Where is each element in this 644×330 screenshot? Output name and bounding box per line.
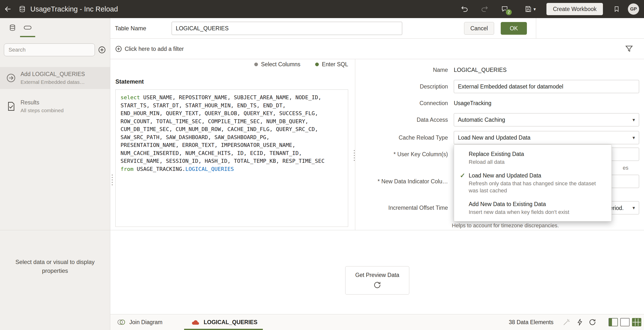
back-button[interactable] xyxy=(2,4,13,14)
join-diagram-icon xyxy=(116,318,126,326)
sidebar-search xyxy=(4,44,106,56)
dropdown-option-desc: Refresh only data that has changed since… xyxy=(469,180,596,194)
lightning-icon[interactable] xyxy=(576,318,584,326)
sidebar-resize-handle[interactable] xyxy=(112,174,113,185)
active-tab-indicator xyxy=(184,329,263,330)
cancel-button[interactable]: Cancel xyxy=(464,22,494,35)
bookmark-button[interactable] xyxy=(611,4,622,14)
sql-code-line: START_TS, START_DT, START_HOUR_MIN, END_… xyxy=(120,102,343,110)
sql-code-line: from USAGE_TRACKING.LOGICAL_QUERIES xyxy=(120,165,343,173)
steps-list: Add LOGICAL_QUERIES External Embedded da… xyxy=(0,67,110,117)
mode-select-columns[interactable]: Select Columns xyxy=(254,61,300,68)
filter-bar: Click here to add a filter xyxy=(110,38,644,59)
dropdown-option-title: Load New and Updated Data xyxy=(469,172,596,179)
user-key-label: * User Key Column(s) xyxy=(361,151,448,158)
filter-options-button[interactable] xyxy=(625,44,633,53)
step-item-results[interactable]: Results All steps combined xyxy=(0,95,110,117)
caret-down-icon: ▾ xyxy=(632,205,635,211)
funnel-icon xyxy=(625,44,633,53)
search-input[interactable] xyxy=(4,44,95,56)
tab-steps[interactable] xyxy=(20,18,35,37)
sql-code-line: select USER_NAME, REPOSITORY_NAME, SUBJE… xyxy=(120,94,343,102)
cache-reload-select[interactable]: Load New and Updated Data ▾ xyxy=(454,131,639,144)
refresh-icon[interactable] xyxy=(588,318,596,326)
data-elements-count: 38 Data Elements xyxy=(509,319,554,326)
dropdown-option-desc: Reload all data xyxy=(469,158,524,166)
table-name-input[interactable] xyxy=(172,22,402,35)
data-access-value: Automatic Caching xyxy=(458,116,505,123)
circle-arrow-icon xyxy=(6,73,16,83)
left-panel: Add LOGICAL_QUERIES External Embedded da… xyxy=(0,18,110,330)
save-button[interactable]: ▾ xyxy=(524,4,537,14)
step-title: Add LOGICAL_QUERIES xyxy=(20,71,85,78)
name-value: LOGICAL_QUERIES xyxy=(454,67,506,73)
avatar[interactable]: GP xyxy=(628,4,639,15)
cache-reload-value: Load New and Updated Data xyxy=(458,134,530,141)
pane-divider[interactable] xyxy=(355,59,355,230)
required-marker: * xyxy=(394,151,396,158)
bookmark-icon xyxy=(614,6,620,12)
join-diagram-tab[interactable]: Join Diagram xyxy=(129,319,162,326)
dataset-icon xyxy=(18,6,26,13)
plus-circle-icon xyxy=(115,45,122,52)
get-preview-data-label: Get Preview Data xyxy=(355,272,399,278)
left-panel-tabs xyxy=(0,18,110,37)
sql-code-line: ROW_COUNT, TOTAL_TIME_SEC, COMPILE_TIME_… xyxy=(120,118,343,126)
dropdown-option-title: Add New Data to Existing Data xyxy=(469,200,569,208)
connection-label: Connection xyxy=(361,100,448,106)
cache-reload-label: Cache Reload Type xyxy=(361,134,448,141)
main-area: Table Name Cancel OK Click here to add a… xyxy=(110,18,644,330)
top-bar: UsageTracking - Inc Reload 2 ▾ Create Wo… xyxy=(0,0,644,18)
window-title: UsageTracking - Inc Reload xyxy=(30,5,118,13)
magic-wand-icon[interactable] xyxy=(562,318,570,326)
table-tab[interactable]: LOGICAL_QUERIES xyxy=(204,319,258,326)
sql-mode-toggle: Select Columns Enter SQL xyxy=(110,61,348,68)
transform-icon xyxy=(24,24,32,31)
external-table-icon xyxy=(191,318,200,326)
step-subtitle: All steps combined xyxy=(20,108,64,114)
bottom-bar: Join Diagram LOGICAL_QUERIES 38 Data Ele… xyxy=(110,314,644,330)
app-window: UsageTracking - Inc Reload 2 ▾ Create Wo… xyxy=(0,0,644,330)
new-data-indicator-label: * New Data Indicator Colu… xyxy=(361,178,448,185)
connection-value: UsageTracking xyxy=(454,100,492,106)
mode-select-columns-label: Select Columns xyxy=(261,61,300,68)
dropdown-option-desc: Insert new data when key fields don't ex… xyxy=(469,208,569,216)
incremental-offset-label: Incremental Offset Time xyxy=(361,204,448,211)
undo-button[interactable] xyxy=(459,4,470,14)
caret-down-icon: ▾ xyxy=(534,6,536,12)
get-preview-data-button[interactable]: Get Preview Data xyxy=(345,266,409,294)
redo-button[interactable] xyxy=(479,4,490,14)
ok-button[interactable]: OK xyxy=(501,22,527,35)
notifications-button[interactable]: 2 xyxy=(499,4,510,14)
step-item-add-table[interactable]: Add LOGICAL_QUERIES External Embedded da… xyxy=(0,67,110,89)
mode-enter-sql[interactable]: Enter SQL xyxy=(315,61,348,68)
sql-editor[interactable]: select USER_NAME, REPOSITORY_NAME, SUBJE… xyxy=(116,90,348,227)
dropdown-option[interactable]: Add New Data to Existing DataInsert new … xyxy=(454,197,612,219)
add-step-button[interactable] xyxy=(98,46,106,54)
dropdown-option[interactable]: ✓Load New and Updated DataRefresh only d… xyxy=(454,169,612,197)
tab-data[interactable] xyxy=(5,18,20,37)
add-filter-button[interactable]: Click here to add a filter xyxy=(115,38,184,59)
sql-code-line: CUM_DB_TIME_SEC, CUM_NUM_DB_ROW, CACHE_I… xyxy=(120,126,343,134)
sql-code-line: END_HOUR_MIN, QUERY_TEXT, QUERY_BLOB, QU… xyxy=(120,110,343,118)
create-workbook-button[interactable]: Create Workbook xyxy=(546,3,603,15)
dropdown-option[interactable]: Replace Existing DataReload all data xyxy=(454,147,612,169)
cache-reload-dropdown: Replace Existing DataReload all data✓Loa… xyxy=(454,144,612,222)
table-name-row: Table Name Cancel OK xyxy=(110,18,644,38)
mode-enter-sql-label: Enter SQL xyxy=(322,61,348,68)
step-subtitle: External Embedded datas… xyxy=(20,79,85,85)
canvas-view-icon[interactable] xyxy=(620,318,630,326)
radio-dot-icon xyxy=(315,62,319,66)
add-filter-label: Click here to add a filter xyxy=(125,46,184,52)
split-view-icon[interactable] xyxy=(608,318,618,326)
pane-resize-handle[interactable] xyxy=(354,150,355,161)
undo-icon xyxy=(461,6,468,13)
back-arrow-icon xyxy=(4,6,12,13)
data-access-select[interactable]: Automatic Caching ▾ xyxy=(454,113,639,126)
sql-code-line: SERVICE_NAME, SESSION_ID, HASH_ID, TOTAL… xyxy=(120,157,343,165)
sidebar-divider xyxy=(0,230,110,230)
grid-view-icon[interactable] xyxy=(632,318,641,326)
content-divider xyxy=(110,230,644,230)
description-input[interactable] xyxy=(454,80,639,93)
radio-dot-icon xyxy=(254,62,258,66)
